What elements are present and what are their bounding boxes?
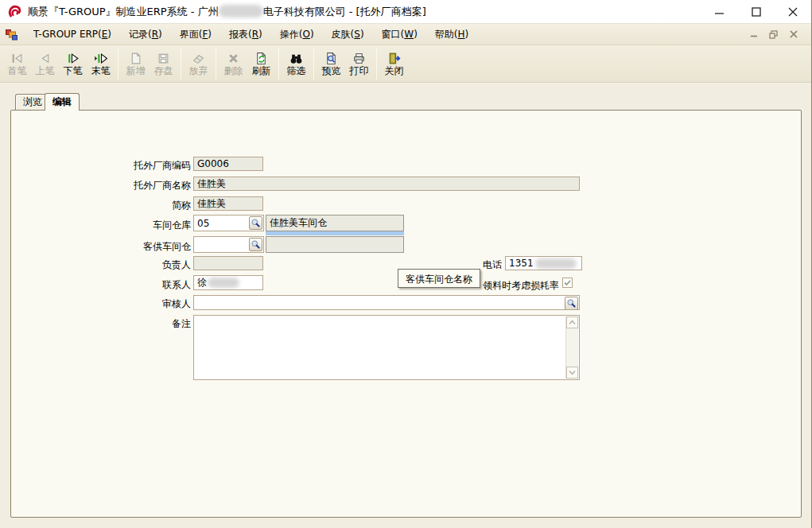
toolbar-button-label: 删除 xyxy=(224,66,243,76)
last-record-button[interactable]: 末笔 xyxy=(87,47,115,81)
remarks-textarea[interactable] xyxy=(193,315,580,380)
scroll-down-button[interactable] xyxy=(566,367,578,379)
mdi-close-button[interactable] xyxy=(787,29,800,41)
refresh-icon xyxy=(254,52,268,65)
menu-item-interface[interactable]: 界面(F) xyxy=(171,24,220,45)
workshop-warehouse-name-display: 佳胜美车间仓 xyxy=(266,215,404,231)
filter-button[interactable]: 筛选 xyxy=(283,47,310,81)
contact-field[interactable]: 徐 xyxy=(193,275,263,290)
refresh-button[interactable]: 刷新 xyxy=(248,47,275,81)
contact-value: 徐 xyxy=(197,276,207,289)
abandon-button: 放弃 xyxy=(185,47,212,81)
menu-item-skin[interactable]: 皮肤(S) xyxy=(323,24,373,45)
workshop-warehouse-name-value: 佳胜美车间仓 xyxy=(270,216,327,230)
customer-warehouse-name-display xyxy=(266,236,404,253)
toolbar-button-label: 下笔 xyxy=(64,66,83,76)
short-name-field: 佳胜美 xyxy=(193,196,263,211)
close-button[interactable] xyxy=(775,0,811,23)
loss-rate-checkbox[interactable] xyxy=(562,278,573,288)
first-record-button: 首笔 xyxy=(4,47,31,81)
remarks-scrollbar[interactable] xyxy=(565,316,578,379)
toolbar-separator xyxy=(216,48,216,80)
menu-item-label: 操作(O) xyxy=(280,28,314,41)
short-name-label: 简称 xyxy=(80,199,191,212)
tab-browse-label: 浏览 xyxy=(23,95,42,109)
menu-item-label: 报表(R) xyxy=(229,28,262,41)
next-record-button[interactable]: 下笔 xyxy=(60,47,87,81)
workshop-warehouse-label: 车间仓库 xyxy=(80,219,191,232)
remarks-label: 备注 xyxy=(80,317,191,331)
mdi-restore-button[interactable] xyxy=(767,29,780,41)
focus-highlight-bar xyxy=(266,231,404,235)
print-button[interactable]: 打印 xyxy=(346,47,373,81)
toolbar-button-label: 刷新 xyxy=(252,66,271,76)
tab-edit[interactable]: 编辑 xyxy=(45,93,80,111)
mdi-minimize-button[interactable] xyxy=(747,29,760,41)
redaction-blur xyxy=(208,278,239,288)
save-button: 存盘 xyxy=(150,47,177,81)
menu-item-help[interactable]: 帮助(H) xyxy=(426,24,477,45)
new-icon xyxy=(129,52,142,65)
workshop-warehouse-lookup-button[interactable] xyxy=(249,216,262,230)
phone-field[interactable]: 1351 xyxy=(505,256,582,270)
menu-item-report[interactable]: 报表(R) xyxy=(220,24,271,45)
customer-warehouse-code-input[interactable] xyxy=(193,236,264,253)
menu-item-label: 界面(F) xyxy=(180,28,212,41)
toolbar-separator xyxy=(118,48,118,80)
abandon-icon xyxy=(192,52,205,65)
workshop-warehouse-code-input[interactable]: 05 xyxy=(193,215,264,231)
menu-bar: T-GROUP ERP(E)记录(R)界面(F)报表(R)操作(O)皮肤(S)窗… xyxy=(0,24,811,45)
toolbar-button-label: 首笔 xyxy=(8,66,27,76)
menu-item-record[interactable]: 记录(R) xyxy=(120,24,171,45)
next-record-icon xyxy=(66,52,80,65)
menu-items: T-GROUP ERP(E)记录(R)界面(F)报表(R)操作(O)皮肤(S)窗… xyxy=(25,24,477,45)
phone-value: 1351 xyxy=(509,258,534,269)
magnifier-icon xyxy=(251,239,261,250)
auditor-field[interactable] xyxy=(193,295,580,310)
scroll-up-button[interactable] xyxy=(566,316,578,328)
toolbar-button-label: 筛选 xyxy=(287,66,306,76)
delete-icon xyxy=(227,52,240,65)
close-button[interactable]: 关闭 xyxy=(381,47,408,81)
save-icon xyxy=(157,52,170,65)
customer-warehouse-lookup-button[interactable] xyxy=(249,238,262,251)
app-window: 顺景『T-GROUP』制造业ERP系统 - 广州电子科技有限公司 - [托外厂商… xyxy=(0,0,812,528)
vendor-name-field: 佳胜美 xyxy=(193,177,580,191)
prev-record-icon xyxy=(38,52,52,65)
menu-item-label: T-GROUP ERP(E) xyxy=(33,29,111,40)
manager-label: 负责人 xyxy=(80,258,191,272)
menu-item-label: 记录(R) xyxy=(129,28,162,41)
prev-record-button: 上笔 xyxy=(32,47,59,81)
title-bar: 顺景『T-GROUP』制造业ERP系统 - 广州电子科技有限公司 - [托外厂商… xyxy=(0,0,811,24)
tab-edit-label: 编辑 xyxy=(52,95,72,109)
redaction-blur xyxy=(219,5,263,17)
toolbar-separator xyxy=(278,48,279,80)
vendor-code-value: G0006 xyxy=(197,158,229,169)
toolbar-button-label: 预览 xyxy=(322,66,341,76)
toolbar-button-label: 末笔 xyxy=(91,66,111,76)
vendor-code-label: 托外厂商编码 xyxy=(80,159,191,173)
magnifier-icon xyxy=(566,298,577,309)
toolbar-button-label: 存盘 xyxy=(154,66,173,76)
last-record-icon xyxy=(94,52,107,65)
menu-item-t-group-erp[interactable]: T-GROUP ERP(E) xyxy=(25,24,120,45)
auditor-lookup-button[interactable] xyxy=(565,297,578,310)
minimize-button[interactable] xyxy=(701,0,738,23)
check-icon xyxy=(563,278,572,287)
auditor-label: 审核人 xyxy=(80,297,191,311)
toolbar-separator xyxy=(376,48,377,80)
preview-button[interactable]: 预览 xyxy=(318,47,345,81)
toolbar: 首笔上笔下笔末笔新增存盘放弃删除刷新筛选预览打印关闭 xyxy=(0,45,811,83)
manager-field xyxy=(193,256,263,270)
preview-icon xyxy=(324,52,338,65)
toolbar-button-label: 新增 xyxy=(126,66,146,76)
document-icon xyxy=(5,28,18,41)
menu-item-operation[interactable]: 操作(O) xyxy=(271,24,323,45)
toolbar-separator xyxy=(313,48,314,80)
menu-item-label: 窗口(W) xyxy=(382,28,418,41)
toolbar-separator xyxy=(181,48,181,80)
menu-item-window[interactable]: 窗口(W) xyxy=(373,24,426,45)
menu-item-label: 皮肤(S) xyxy=(332,28,364,41)
maximize-button[interactable] xyxy=(738,0,775,23)
vendor-name-value: 佳胜美 xyxy=(197,177,226,191)
